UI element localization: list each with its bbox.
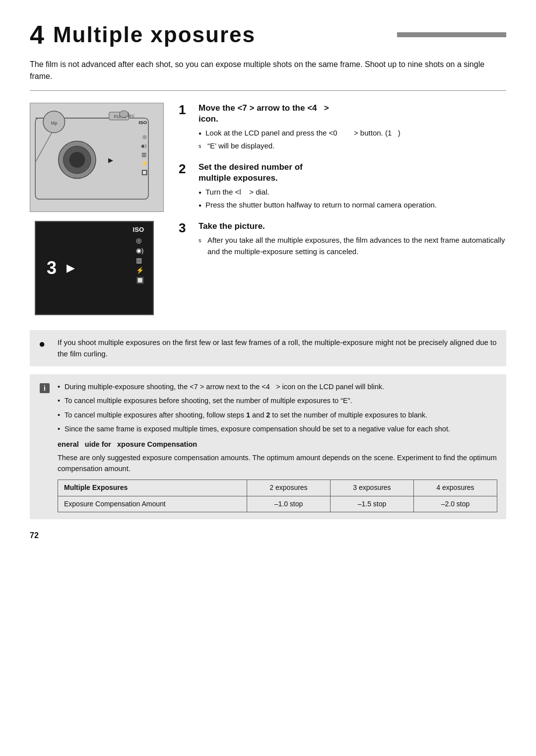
- table-header-label: Multiple Exposures: [58, 480, 247, 496]
- step-2-title: Set the desired number ofmultiple exposu…: [199, 162, 506, 184]
- step-3-title: Take the picture.: [199, 221, 506, 232]
- lcd-number: 3: [47, 258, 57, 278]
- table-data-row: Exposure Compensation Amount –1.0 stop –…: [58, 496, 497, 512]
- info-icon: i: [39, 382, 52, 397]
- main-content-area: FUNC REC ISO ◎ ◉) ▥ ⚡ 🔲 ▶ Mρ: [30, 103, 506, 315]
- title-bar-decoration: [397, 32, 506, 37]
- table-cell-2exp: –1.0 stop: [247, 496, 330, 512]
- table-header-4exp: 4 exposures: [413, 480, 497, 496]
- step-1-content: Move the <7 > arrow to the <4 >icon. Loo…: [199, 103, 506, 153]
- svg-point-5: [69, 152, 85, 168]
- intro-paragraph: The film is not advanced after each shot…: [30, 59, 506, 82]
- lcd-iso-label: ISO: [133, 226, 144, 233]
- camera-svg: FUNC REC ISO ◎ ◉) ▥ ⚡ 🔲 ▶ Mρ: [30, 103, 163, 211]
- svg-text:▥: ▥: [141, 151, 146, 157]
- page-number: 72: [30, 531, 506, 540]
- svg-point-18: [120, 111, 129, 118]
- svg-text:◉): ◉): [141, 143, 146, 148]
- table-header-3exp: 3 exposures: [330, 480, 413, 496]
- section-divider: [30, 90, 506, 91]
- chapter-number: 4: [30, 20, 44, 50]
- table-cell-3exp: –1.5 stop: [330, 496, 413, 512]
- info-content: During multiple-exposure shooting, the <…: [58, 381, 497, 512]
- lcd-arrow: ▶: [67, 262, 75, 275]
- step-1-title: Move the <7 > arrow to the <4 >icon.: [199, 103, 506, 125]
- table-header-row: Multiple Exposures 2 exposures 3 exposur…: [58, 480, 497, 496]
- step-1-number: 1: [179, 103, 194, 117]
- step-3-bullets: After you take all the multiple exposure…: [199, 235, 506, 257]
- step-1-bullet-1: Look at the LCD panel and press the <0 >…: [199, 128, 506, 139]
- table-row-label: Exposure Compensation Amount: [58, 496, 247, 512]
- svg-text:ISO: ISO: [138, 120, 147, 125]
- svg-text:⚡: ⚡: [141, 160, 148, 167]
- info-bullets: During multiple-exposure shooting, the <…: [58, 381, 497, 435]
- svg-text:i: i: [44, 384, 46, 392]
- info-box: i During multiple-exposure shooting, the…: [30, 374, 506, 519]
- svg-text:Mρ: Mρ: [51, 121, 58, 126]
- chapter-title: Multiple xposures: [53, 22, 387, 47]
- step-3-content: Take the picture. After you take all the…: [199, 221, 506, 259]
- lcd-panel-diagram: ISO ◎ ◉) ▥ ⚡ 🔲 3 ▶: [35, 221, 154, 315]
- camera-diagram: FUNC REC ISO ◎ ◉) ▥ ⚡ 🔲 ▶ Mρ: [30, 103, 164, 212]
- note-icon: ●: [39, 338, 52, 350]
- lcd-display: ISO ◎ ◉) ▥ ⚡ 🔲 3 ▶: [36, 222, 153, 314]
- info-svg-icon: i: [39, 382, 51, 394]
- step-2-number: 2: [179, 162, 194, 176]
- step-2-bullets: Turn the <l > dial. Press the shutter bu…: [199, 187, 506, 210]
- step-2-bullet-2: Press the shutter button halfway to retu…: [199, 200, 506, 211]
- step-3-number: 3: [179, 221, 194, 235]
- step-2-bullet-1: Turn the <l > dial.: [199, 187, 506, 198]
- info-bullet-4: Since the same frame is exposed multiple…: [58, 423, 497, 434]
- lcd-icons: ◎ ◉) ▥ ⚡ 🔲: [136, 237, 144, 284]
- info-bullet-2: To cancel multiple exposures before shoo…: [58, 395, 497, 406]
- step-3-bullet-1: After you take all the multiple exposure…: [199, 235, 506, 257]
- images-column: FUNC REC ISO ◎ ◉) ▥ ⚡ 🔲 ▶ Mρ: [30, 103, 164, 315]
- info-bullet-1: During multiple-exposure shooting, the <…: [58, 381, 497, 392]
- step-2: 2 Set the desired number ofmultiple expo…: [179, 162, 506, 212]
- svg-text:🔲: 🔲: [141, 169, 148, 176]
- step-1: 1 Move the <7 > arrow to the <4 >icon. L…: [179, 103, 506, 153]
- note-text: If you shoot multiple exposures on the f…: [58, 337, 497, 359]
- info-bullet-3: To cancel multiple exposures after shoot…: [58, 410, 497, 420]
- chapter-header: 4 Multiple xposures: [30, 20, 506, 50]
- exposure-table: Multiple Exposures 2 exposures 3 exposur…: [58, 480, 497, 512]
- table-cell-4exp: –2.0 stop: [413, 496, 497, 512]
- guide-title: eneral uide for xposure Compensation: [58, 439, 497, 450]
- steps-column: 1 Move the <7 > arrow to the <4 >icon. L…: [179, 103, 506, 315]
- step-1-bullet-2: “E’ will be displayed.: [199, 140, 506, 152]
- svg-text:◎: ◎: [142, 134, 147, 139]
- step-3: 3 Take the picture. After you take all t…: [179, 221, 506, 259]
- step-1-bullets: Look at the LCD panel and press the <0 >…: [199, 128, 506, 151]
- guide-description: These are only suggested exposure compen…: [58, 453, 497, 475]
- svg-text:▶: ▶: [108, 156, 113, 164]
- step-2-content: Set the desired number ofmultiple exposu…: [199, 162, 506, 212]
- table-header-2exp: 2 exposures: [247, 480, 330, 496]
- note-box: ● If you shoot multiple exposures on the…: [30, 330, 506, 366]
